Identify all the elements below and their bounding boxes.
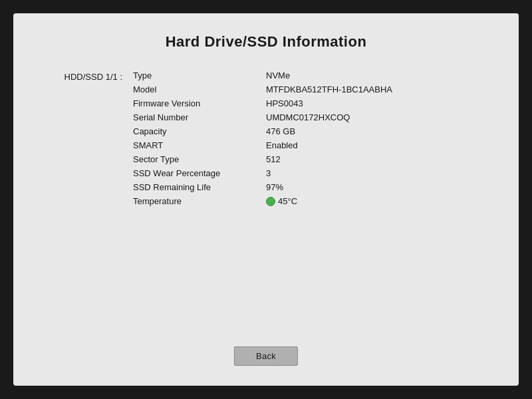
- info-container: HDD/SSD 1/1 : TypeNVMeModelMTFDKBA512TFH…: [40, 70, 492, 206]
- field-label: Type: [133, 70, 239, 80]
- drive-label: HDD/SSD 1/1 :: [60, 70, 133, 82]
- field-value: 476 GB: [266, 126, 392, 136]
- field-label: Sector Type: [133, 154, 239, 164]
- back-button-container: Back: [234, 346, 298, 366]
- field-label: Serial Number: [133, 112, 239, 122]
- field-label: SSD Remaining Life: [133, 182, 239, 192]
- back-button[interactable]: Back: [234, 346, 298, 366]
- field-value: 512: [266, 154, 392, 164]
- field-label: Model: [133, 84, 239, 94]
- field-value: HPS0043: [266, 98, 392, 108]
- field-label: Capacity: [133, 126, 239, 136]
- temperature-text: 45°C: [278, 196, 297, 206]
- field-label: SSD Wear Percentage: [133, 168, 239, 178]
- fields-table: TypeNVMeModelMTFDKBA512TFH-1BC1AABHAFirm…: [133, 70, 392, 206]
- field-value: MTFDKBA512TFH-1BC1AABHA: [266, 84, 392, 94]
- field-value: 3: [266, 168, 392, 178]
- field-label: Temperature: [133, 196, 239, 206]
- field-value: 97%: [266, 182, 392, 192]
- field-label: Firmware Version: [133, 98, 239, 108]
- field-value: Enabled: [266, 140, 392, 150]
- field-label: SMART: [133, 140, 239, 150]
- page-title: Hard Drive/SSD Information: [166, 33, 367, 51]
- field-value: UMDMC0172HXCOQ: [266, 112, 392, 122]
- field-value: NVMe: [266, 70, 392, 80]
- field-value-temperature: 45°C: [266, 196, 392, 206]
- temperature-status-icon: [266, 197, 275, 206]
- screen-bezel: Hard Drive/SSD Information HDD/SSD 1/1 :…: [13, 13, 519, 386]
